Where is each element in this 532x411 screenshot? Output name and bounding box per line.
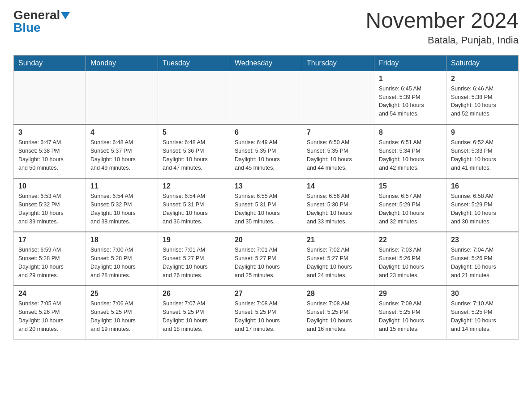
weekday-header-row: SundayMondayTuesdayWednesdayThursdayFrid… [14, 55, 519, 71]
day-info: Sunrise: 6:59 AM Sunset: 5:28 PM Dayligh… [18, 246, 81, 279]
calendar-cell [230, 71, 302, 124]
calendar-cell: 16Sunrise: 6:58 AM Sunset: 5:29 PM Dayli… [446, 178, 519, 232]
day-number: 24 [18, 290, 81, 298]
day-number: 30 [451, 290, 514, 298]
day-number: 25 [90, 290, 153, 298]
day-number: 13 [235, 182, 297, 190]
day-info: Sunrise: 7:00 AM Sunset: 5:28 PM Dayligh… [90, 246, 153, 279]
weekday-header-monday: Monday [86, 55, 158, 71]
title-area: November 2024 Batala, Punjab, India [365, 9, 519, 46]
calendar-cell [14, 71, 86, 124]
day-info: Sunrise: 6:46 AM Sunset: 5:38 PM Dayligh… [451, 85, 514, 118]
day-info: Sunrise: 6:48 AM Sunset: 5:37 PM Dayligh… [90, 138, 153, 172]
calendar-table: SundayMondayTuesdayWednesdayThursdayFrid… [13, 55, 519, 340]
day-info: Sunrise: 6:50 AM Sunset: 5:35 PM Dayligh… [307, 138, 369, 172]
weekday-header-thursday: Thursday [302, 55, 374, 71]
month-title: November 2024 [365, 9, 519, 33]
calendar-cell: 9Sunrise: 6:52 AM Sunset: 5:33 PM Daylig… [446, 124, 519, 178]
location-title: Batala, Punjab, India [365, 34, 519, 46]
day-info: Sunrise: 6:53 AM Sunset: 5:32 PM Dayligh… [18, 192, 81, 226]
day-info: Sunrise: 6:47 AM Sunset: 5:38 PM Dayligh… [18, 138, 81, 172]
day-info: Sunrise: 6:54 AM Sunset: 5:32 PM Dayligh… [90, 192, 153, 226]
day-number: 16 [451, 182, 514, 190]
day-number: 20 [235, 236, 297, 244]
day-info: Sunrise: 7:05 AM Sunset: 5:26 PM Dayligh… [18, 300, 81, 333]
day-number: 2 [451, 75, 514, 83]
calendar-cell: 15Sunrise: 6:57 AM Sunset: 5:29 PM Dayli… [374, 178, 446, 232]
calendar-cell: 23Sunrise: 7:04 AM Sunset: 5:26 PM Dayli… [446, 232, 519, 286]
day-info: Sunrise: 6:54 AM Sunset: 5:31 PM Dayligh… [163, 192, 225, 226]
calendar-cell: 6Sunrise: 6:49 AM Sunset: 5:35 PM Daylig… [230, 124, 302, 178]
day-info: Sunrise: 6:48 AM Sunset: 5:36 PM Dayligh… [163, 138, 225, 172]
calendar-week-row: 17Sunrise: 6:59 AM Sunset: 5:28 PM Dayli… [14, 232, 519, 286]
logo-blue: Blue [13, 21, 41, 34]
day-number: 18 [90, 236, 153, 244]
day-number: 12 [163, 182, 225, 190]
weekday-header-wednesday: Wednesday [230, 55, 302, 71]
day-number: 14 [307, 182, 369, 190]
day-info: Sunrise: 7:07 AM Sunset: 5:25 PM Dayligh… [163, 300, 225, 333]
day-info: Sunrise: 6:58 AM Sunset: 5:29 PM Dayligh… [451, 192, 514, 226]
day-number: 22 [379, 236, 442, 244]
day-info: Sunrise: 7:09 AM Sunset: 5:25 PM Dayligh… [379, 300, 442, 333]
calendar-cell: 26Sunrise: 7:07 AM Sunset: 5:25 PM Dayli… [158, 286, 230, 339]
day-number: 1 [379, 75, 442, 83]
calendar-cell: 3Sunrise: 6:47 AM Sunset: 5:38 PM Daylig… [14, 124, 86, 178]
day-number: 10 [18, 182, 81, 190]
weekday-header-tuesday: Tuesday [158, 55, 230, 71]
calendar-cell: 8Sunrise: 6:51 AM Sunset: 5:34 PM Daylig… [374, 124, 446, 178]
calendar-cell: 4Sunrise: 6:48 AM Sunset: 5:37 PM Daylig… [86, 124, 158, 178]
logo-general: General [13, 8, 60, 22]
day-info: Sunrise: 7:04 AM Sunset: 5:26 PM Dayligh… [451, 246, 514, 279]
calendar-cell [158, 71, 230, 124]
day-number: 29 [379, 290, 442, 298]
calendar-cell: 19Sunrise: 7:01 AM Sunset: 5:27 PM Dayli… [158, 232, 230, 286]
calendar-cell: 13Sunrise: 6:55 AM Sunset: 5:31 PM Dayli… [230, 178, 302, 232]
weekday-header-sunday: Sunday [14, 55, 86, 71]
calendar-cell: 18Sunrise: 7:00 AM Sunset: 5:28 PM Dayli… [86, 232, 158, 286]
calendar-week-row: 3Sunrise: 6:47 AM Sunset: 5:38 PM Daylig… [14, 124, 519, 178]
calendar-cell: 2Sunrise: 6:46 AM Sunset: 5:38 PM Daylig… [446, 71, 519, 124]
day-info: Sunrise: 7:10 AM Sunset: 5:25 PM Dayligh… [451, 300, 514, 333]
day-info: Sunrise: 7:01 AM Sunset: 5:27 PM Dayligh… [235, 246, 297, 279]
day-number: 17 [18, 236, 81, 244]
weekday-header-saturday: Saturday [446, 55, 519, 71]
day-info: Sunrise: 6:57 AM Sunset: 5:29 PM Dayligh… [379, 192, 442, 226]
calendar-cell: 24Sunrise: 7:05 AM Sunset: 5:26 PM Dayli… [14, 286, 86, 339]
day-info: Sunrise: 7:06 AM Sunset: 5:25 PM Dayligh… [90, 300, 153, 333]
day-number: 7 [307, 128, 369, 137]
day-info: Sunrise: 6:51 AM Sunset: 5:34 PM Dayligh… [379, 138, 442, 172]
logo-triangle-icon [61, 12, 70, 19]
day-number: 3 [18, 128, 81, 137]
calendar-cell: 7Sunrise: 6:50 AM Sunset: 5:35 PM Daylig… [302, 124, 374, 178]
day-number: 19 [163, 236, 225, 244]
day-info: Sunrise: 7:08 AM Sunset: 5:25 PM Dayligh… [307, 300, 369, 333]
calendar-cell: 17Sunrise: 6:59 AM Sunset: 5:28 PM Dayli… [14, 232, 86, 286]
calendar-cell [302, 71, 374, 124]
day-info: Sunrise: 7:02 AM Sunset: 5:27 PM Dayligh… [307, 246, 369, 279]
day-number: 28 [307, 290, 369, 298]
day-info: Sunrise: 7:01 AM Sunset: 5:27 PM Dayligh… [163, 246, 225, 279]
day-info: Sunrise: 6:56 AM Sunset: 5:30 PM Dayligh… [307, 192, 369, 226]
day-number: 8 [379, 128, 442, 137]
calendar-cell: 22Sunrise: 7:03 AM Sunset: 5:26 PM Dayli… [374, 232, 446, 286]
day-number: 9 [451, 128, 514, 137]
weekday-header-friday: Friday [374, 55, 446, 71]
day-info: Sunrise: 7:08 AM Sunset: 5:25 PM Dayligh… [235, 300, 297, 333]
day-number: 5 [163, 128, 225, 137]
calendar-week-row: 1Sunrise: 6:45 AM Sunset: 5:39 PM Daylig… [14, 71, 519, 124]
day-number: 15 [379, 182, 442, 190]
calendar-cell: 29Sunrise: 7:09 AM Sunset: 5:25 PM Dayli… [374, 286, 446, 339]
logo: General Blue [13, 9, 70, 34]
day-info: Sunrise: 7:03 AM Sunset: 5:26 PM Dayligh… [379, 246, 442, 279]
calendar-cell: 11Sunrise: 6:54 AM Sunset: 5:32 PM Dayli… [86, 178, 158, 232]
calendar-cell: 1Sunrise: 6:45 AM Sunset: 5:39 PM Daylig… [374, 71, 446, 124]
day-info: Sunrise: 6:49 AM Sunset: 5:35 PM Dayligh… [235, 138, 297, 172]
calendar-cell [86, 71, 158, 124]
calendar-cell: 20Sunrise: 7:01 AM Sunset: 5:27 PM Dayli… [230, 232, 302, 286]
calendar-cell: 21Sunrise: 7:02 AM Sunset: 5:27 PM Dayli… [302, 232, 374, 286]
calendar-cell: 25Sunrise: 7:06 AM Sunset: 5:25 PM Dayli… [86, 286, 158, 339]
calendar-cell: 28Sunrise: 7:08 AM Sunset: 5:25 PM Dayli… [302, 286, 374, 339]
calendar-week-row: 10Sunrise: 6:53 AM Sunset: 5:32 PM Dayli… [14, 178, 519, 232]
day-number: 23 [451, 236, 514, 244]
